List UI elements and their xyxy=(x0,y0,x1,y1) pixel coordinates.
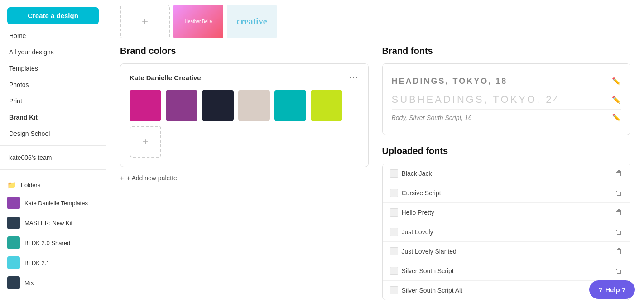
list-item: Just Lovely Slanted 🗑 xyxy=(383,242,630,261)
folders-label: Folders xyxy=(21,182,40,188)
sidebar-item-print[interactable]: Print xyxy=(0,93,106,109)
sidebar-item-kate-danielle-templates[interactable]: Kate Danielle Templates xyxy=(0,193,106,213)
delete-hello-pretty-button[interactable]: 🗑 xyxy=(615,208,623,217)
fonts-column: Brand fonts HEADINGS, TOKYO, 18 ✏️ SUBHE… xyxy=(382,46,631,300)
sidebar-item-photos[interactable]: Photos xyxy=(0,77,106,93)
font-broken-img-just-lovely xyxy=(390,228,398,236)
folder-thumb-bldk-21 xyxy=(7,256,20,269)
color-swatch-teal[interactable] xyxy=(274,90,306,121)
font-name-black-jack: Black Jack xyxy=(390,169,432,178)
help-icon: ? xyxy=(598,286,602,294)
edit-subheadings-button[interactable]: ✏️ xyxy=(612,96,621,104)
font-preview-subheadings: SUBHEADINGS, TOKYO, 24 xyxy=(392,94,561,106)
font-name-just-lovely: Just Lovely xyxy=(390,228,433,236)
brand-colors-column: Brand colors Kate Danielle Creative ··· … xyxy=(120,46,369,300)
images-strip: + Heather Belle creative xyxy=(120,0,630,46)
image-creative: creative xyxy=(227,5,277,38)
font-name-silver-south-script-alt: Silver South Script Alt xyxy=(390,286,463,294)
delete-just-lovely-slanted-button[interactable]: 🗑 xyxy=(615,247,623,255)
palette-card: Kate Danielle Creative ··· + xyxy=(120,63,369,167)
image-person: Heather Belle xyxy=(173,5,223,38)
help-button[interactable]: ? Help ? xyxy=(589,280,635,299)
color-swatch-purple[interactable] xyxy=(166,90,197,121)
font-broken-img-just-lovely-slanted xyxy=(390,247,398,255)
add-palette-label: + Add new palette xyxy=(126,174,177,182)
delete-cursive-script-button[interactable]: 🗑 xyxy=(615,189,623,197)
delete-just-lovely-button[interactable]: 🗑 xyxy=(615,228,623,236)
color-swatch-lime[interactable] xyxy=(311,90,342,121)
font-broken-img-black-jack xyxy=(390,169,398,178)
color-swatch-magenta[interactable] xyxy=(130,90,161,121)
sidebar-item-templates[interactable]: Templates xyxy=(0,60,106,77)
sidebar-item-mix[interactable]: Mix xyxy=(0,273,106,293)
font-broken-img-silver-south xyxy=(390,267,398,275)
sidebar: Create a design Home All your designs Te… xyxy=(0,0,106,308)
colors-grid: + xyxy=(130,90,359,158)
brand-fonts-card: HEADINGS, TOKYO, 18 ✏️ SUBHEADINGS, TOKY… xyxy=(382,63,631,135)
list-item: Black Jack 🗑 xyxy=(383,164,630,183)
palette-name: Kate Danielle Creative xyxy=(130,74,201,82)
folder-icon: 📁 xyxy=(7,181,16,189)
sidebar-item-brand-kit[interactable]: Brand Kit xyxy=(0,109,106,125)
list-item: Cursive Script 🗑 xyxy=(383,183,630,203)
folder-thumb-mix xyxy=(7,276,20,289)
brand-colors-title: Brand colors xyxy=(120,46,369,56)
sidebar-item-home[interactable]: Home xyxy=(0,28,106,44)
font-broken-img-hello-pretty xyxy=(390,208,398,217)
sidebar-item-all-your-designs[interactable]: All your designs xyxy=(0,44,106,60)
color-swatch-dark-navy[interactable] xyxy=(202,90,234,121)
folder-name-mix: Mix xyxy=(24,279,34,286)
sidebar-divider-2 xyxy=(0,169,106,170)
font-preview-body: Body, Silver South Script, 16 xyxy=(392,114,472,121)
add-image-placeholder[interactable]: + xyxy=(120,5,170,38)
delete-silver-south-button[interactable]: 🗑 xyxy=(615,267,623,275)
edit-headings-button[interactable]: ✏️ xyxy=(612,77,621,86)
sidebar-item-bldk-shared[interactable]: BLDK 2.0 Shared xyxy=(0,233,106,253)
palette-options-button[interactable]: ··· xyxy=(349,73,359,82)
uploaded-fonts-title: Uploaded fonts xyxy=(382,146,631,156)
brand-fonts-title: Brand fonts xyxy=(382,46,631,56)
font-name-hello-pretty: Hello Pretty xyxy=(390,208,434,217)
team-label: kate006's team xyxy=(0,149,106,166)
palette-header: Kate Danielle Creative ··· xyxy=(130,73,359,82)
main-content: + Heather Belle creative Brand colors Ka… xyxy=(106,0,644,308)
create-design-button[interactable]: Create a design xyxy=(7,7,99,24)
delete-black-jack-button[interactable]: 🗑 xyxy=(615,169,623,178)
creative-text: creative xyxy=(236,16,267,27)
add-palette-button[interactable]: + + Add new palette xyxy=(120,174,177,182)
sidebar-item-master-new-kit[interactable]: MASTER: New Kit xyxy=(0,213,106,233)
sidebar-divider xyxy=(0,145,106,146)
folder-name-master: MASTER: New Kit xyxy=(24,220,72,226)
font-name-silver-south-script: Silver South Script xyxy=(390,267,454,275)
font-row-body: Body, Silver South Script, 16 ✏️ xyxy=(392,110,621,125)
font-row-subheadings: SUBHEADINGS, TOKYO, 24 ✏️ xyxy=(392,90,621,110)
font-name-just-lovely-slanted: Just Lovely Slanted xyxy=(390,247,457,255)
folder-name-kate-danielle: Kate Danielle Templates xyxy=(24,200,88,207)
font-preview-headings: HEADINGS, TOKYO, 18 xyxy=(392,77,508,86)
add-color-button[interactable]: + xyxy=(130,126,161,158)
font-broken-img-silver-south-alt xyxy=(390,286,398,294)
font-row-headings: HEADINGS, TOKYO, 18 ✏️ xyxy=(392,73,621,90)
folder-thumb-master xyxy=(7,217,20,229)
folder-name-bldk-21: BLDK 2.1 xyxy=(24,260,50,266)
list-item: Silver South Script 🗑 xyxy=(383,261,630,281)
sidebar-item-folders[interactable]: 📁 Folders xyxy=(0,177,106,193)
folder-name-bldk-shared: BLDK 2.0 Shared xyxy=(24,240,70,246)
sidebar-item-design-school[interactable]: Design School xyxy=(0,125,106,142)
add-palette-icon: + xyxy=(120,174,124,182)
sidebar-item-bldk-21[interactable]: BLDK 2.1 xyxy=(0,253,106,273)
color-swatch-beige[interactable] xyxy=(238,90,270,121)
help-label: Help ? xyxy=(605,286,626,294)
folder-thumb-kate-danielle xyxy=(7,197,20,209)
font-broken-img-cursive xyxy=(390,189,398,197)
font-name-cursive-script: Cursive Script xyxy=(390,189,441,197)
folders-section: 📁 Folders Kate Danielle Templates MASTER… xyxy=(0,173,106,296)
edit-body-button[interactable]: ✏️ xyxy=(612,113,621,122)
list-item: Just Lovely 🗑 xyxy=(383,222,630,242)
sidebar-nav: Home All your designs Templates Photos P… xyxy=(0,28,106,142)
list-item: Hello Pretty 🗑 xyxy=(383,203,630,222)
two-col-layout: Brand colors Kate Danielle Creative ··· … xyxy=(120,46,630,300)
uploaded-fonts-list: Black Jack 🗑 Cursive Script 🗑 Hello Pret… xyxy=(382,164,631,300)
folder-thumb-bldk-shared xyxy=(7,236,20,249)
